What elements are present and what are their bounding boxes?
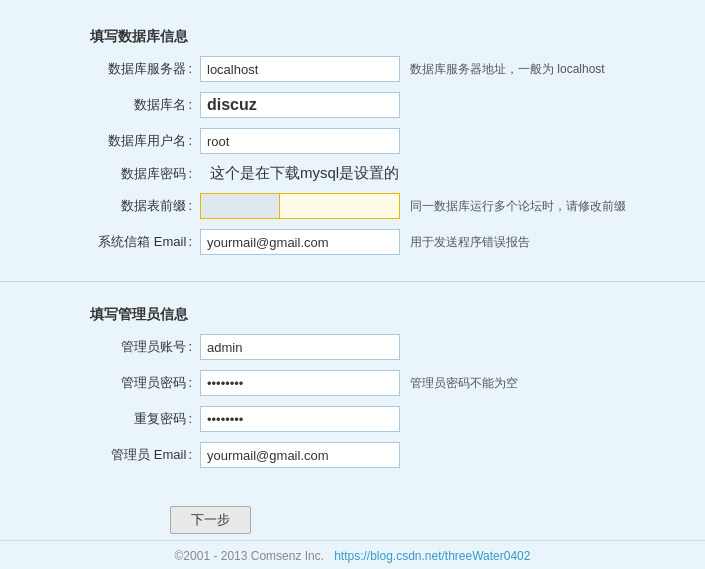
admin-username-label: 管理员账号:: [90, 338, 200, 356]
db-prefix-row: 数据表前缀: 同一数据库运行多个论坛时，请修改前缀: [30, 193, 675, 219]
admin-section-title: 填写管理员信息: [30, 298, 675, 334]
db-password-label: 数据库密码:: [90, 165, 200, 183]
footer-url[interactable]: https://blog.csdn.net/threeWater0402: [334, 549, 530, 563]
admin-email-input[interactable]: [200, 442, 400, 468]
db-password-row: 数据库密码: 这个是在下载mysql是设置的: [30, 164, 675, 183]
sys-email-hint: 用于发送程序错误报告: [410, 234, 675, 251]
admin-password-input[interactable]: [200, 370, 400, 396]
db-prefix-wrapper: [200, 193, 400, 219]
db-server-hint: 数据库服务器地址，一般为 localhost: [410, 61, 675, 78]
db-section-title: 填写数据库信息: [30, 20, 675, 56]
footer: ©2001 - 2013 Comsenz Inc. https://blog.c…: [0, 540, 705, 569]
main-container: 填写数据库信息 数据库服务器: 数据库服务器地址，一般为 localhost 数…: [0, 0, 705, 540]
db-server-row: 数据库服务器: 数据库服务器地址，一般为 localhost: [30, 56, 675, 82]
db-section: 填写数据库信息 数据库服务器: 数据库服务器地址，一般为 localhost 数…: [0, 10, 705, 275]
admin-username-input[interactable]: [200, 334, 400, 360]
db-prefix-left-input[interactable]: [200, 193, 280, 219]
admin-password-hint: 管理员密码不能为空: [410, 375, 675, 392]
db-prefix-label: 数据表前缀:: [90, 197, 200, 215]
admin-password-repeat-row: 重复密码:: [30, 406, 675, 432]
next-button[interactable]: 下一步: [170, 506, 251, 534]
footer-copyright: ©2001 - 2013 Comsenz Inc.: [175, 549, 325, 563]
sys-email-row: 系统信箱 Email: 用于发送程序错误报告: [30, 229, 675, 255]
admin-email-row: 管理员 Email:: [30, 442, 675, 468]
db-username-row: 数据库用户名:: [30, 128, 675, 154]
db-prefix-hint: 同一数据库运行多个论坛时，请修改前缀: [410, 198, 675, 215]
section-divider: [0, 281, 705, 282]
db-server-label: 数据库服务器:: [90, 60, 200, 78]
db-username-label: 数据库用户名:: [90, 132, 200, 150]
admin-password-label: 管理员密码:: [90, 374, 200, 392]
btn-row: 下一步: [0, 506, 705, 534]
sys-email-label: 系统信箱 Email:: [90, 233, 200, 251]
admin-password-row: 管理员密码: 管理员密码不能为空: [30, 370, 675, 396]
db-password-tooltip: 这个是在下载mysql是设置的: [210, 164, 399, 183]
admin-username-row: 管理员账号:: [30, 334, 675, 360]
sys-email-input[interactable]: [200, 229, 400, 255]
admin-password-repeat-label: 重复密码:: [90, 410, 200, 428]
admin-section: 填写管理员信息 管理员账号: 管理员密码: 管理员密码不能为空 重复密码: 管理…: [0, 288, 705, 488]
db-name-input[interactable]: [200, 92, 400, 118]
db-name-row: 数据库名:: [30, 92, 675, 118]
db-username-input[interactable]: [200, 128, 400, 154]
db-server-input[interactable]: [200, 56, 400, 82]
db-prefix-right-input[interactable]: [280, 193, 400, 219]
db-name-label: 数据库名:: [90, 96, 200, 114]
admin-email-label: 管理员 Email:: [90, 446, 200, 464]
admin-password-repeat-input[interactable]: [200, 406, 400, 432]
